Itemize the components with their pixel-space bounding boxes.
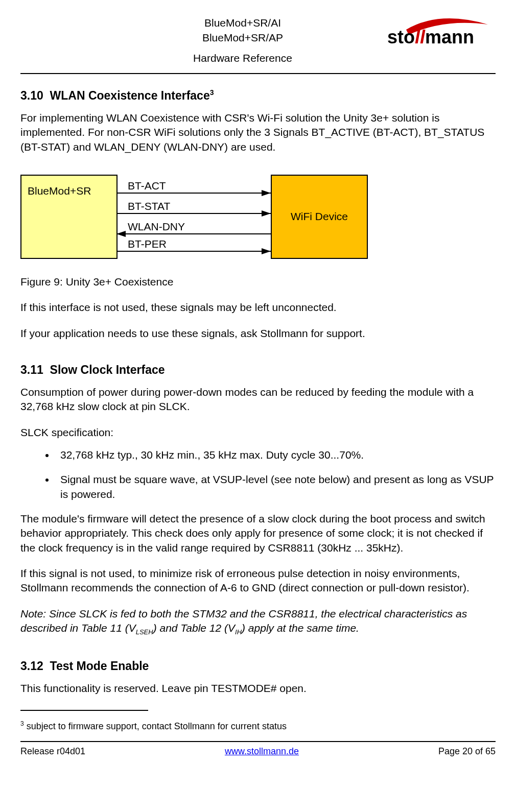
logo-svg: sto ll mann [383,15,496,51]
section-3-11-heading: 3.11 Slow Clock Interface [20,363,496,377]
doc-title-1: BlueMod+SR/AI [102,15,383,30]
header-rule [20,73,496,74]
section-title: Test Mode Enable [50,659,149,673]
footer-release: Release r04d01 [20,746,85,757]
doc-title-2: BlueMod+SR/AP [102,30,383,45]
slck-spec-list: 32,768 kHz typ., 30 kHz min., 35 kHz max… [20,448,496,501]
footer-link[interactable]: www.stollmann.de [225,746,299,757]
s311-p3: The module's firmware will detect the pr… [20,512,496,555]
note-post: ) apply at the same time. [242,622,359,634]
section-num: 3.11 [20,363,43,376]
s310-p3: If your application needs to use these s… [20,326,496,341]
page-footer: Release r04d01 www.stollmann.de Page 20 … [20,746,496,757]
s311-p1: Consumption of power during power-down m… [20,385,496,414]
page: BlueMod+SR/AI BlueMod+SR/AP Hardware Ref… [0,0,516,812]
footnote-rule [20,710,148,711]
doc-subtitle: Hardware Reference [102,51,383,65]
section-3-12-heading: 3.12 Test Mode Enable [20,659,496,673]
section-title: WLAN Coexistence Interface [50,89,210,102]
s310-p2: If this interface is not used, these sig… [20,300,496,315]
s311-note: Note: Since SLCK is fed to both the STM3… [20,607,496,637]
footnote-ref: 3 [210,88,214,97]
coexistence-diagram: BlueMod+SR WiFi Device BT-ACT B [20,169,368,266]
svg-text:ll: ll [415,27,426,47]
section-title: Slow Clock Interface [50,363,165,376]
section-3-10-heading: 3.10 WLAN Coexistence Interface3 [20,88,496,103]
footer-page: Page 20 of 65 [438,746,496,757]
slck-spec-item-1: 32,768 kHz typ., 30 kHz min., 35 kHz max… [55,448,496,462]
signal-bt-per: BT-PER [128,238,167,250]
signal-wlan-dny: WLAN-DNY [128,221,185,233]
footnote-ref-num: 3 [20,720,24,727]
signal-bt-stat: BT-STAT [128,200,170,212]
s311-p2: SLCK specification: [20,425,496,440]
svg-text:sto: sto [387,27,415,47]
figure-9-caption: Figure 9: Unity 3e+ Coexistence [20,275,496,289]
stollmann-logo: sto ll mann [383,15,496,51]
page-header: BlueMod+SR/AI BlueMod+SR/AP Hardware Ref… [20,15,496,65]
header-titles: BlueMod+SR/AI BlueMod+SR/AP Hardware Ref… [102,15,383,65]
footer-rule [20,741,496,742]
note-sub2: IH [235,628,242,636]
s311-p4: If this signal is not used, to minimize … [20,566,496,595]
slck-spec-item-2: Signal must be square wave, at VSUP-leve… [55,472,496,501]
diagram-arrows [20,169,368,266]
signal-bt-act: BT-ACT [128,180,166,192]
footnote-text: subject to firmware support, contact Sto… [24,721,287,731]
section-num: 3.12 [20,659,43,673]
s310-p1: For implementing WLAN Coexistence with C… [20,111,496,154]
note-mid: ) and Table 12 (V [153,622,235,634]
footnote-3: 3 subject to firmware support, contact S… [20,720,496,732]
section-num: 3.10 [20,89,43,102]
s312-p1: This functionality is reserved. Leave pi… [20,681,496,696]
svg-text:mann: mann [425,27,474,47]
note-sub1: LSEH [136,628,153,636]
